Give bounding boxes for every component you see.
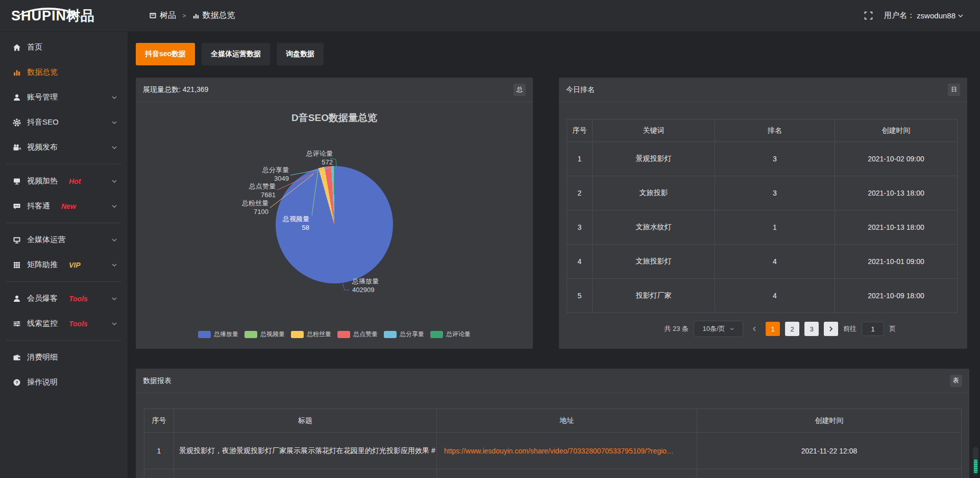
wallet-icon xyxy=(13,353,21,362)
legend-item-plays[interactable]: 总播放量 xyxy=(198,330,238,339)
page-button-2[interactable]: 2 xyxy=(785,322,799,336)
legend-item-videos[interactable]: 总视频量 xyxy=(244,330,285,339)
chevron-down-icon xyxy=(958,13,964,19)
tools-badge: Tools xyxy=(69,295,88,303)
sidebar-item-matrix-boost[interactable]: 矩阵助推 VIP xyxy=(0,252,128,277)
table-row: 1景观投影灯 32021-10-02 09:00 xyxy=(567,142,958,176)
table-row: 3文旅水纹灯 12021-10-13 18:00 xyxy=(567,210,958,245)
chevron-down-icon xyxy=(111,262,117,268)
sidebar-item-douyin-seo[interactable]: 抖音SEO xyxy=(0,110,128,135)
gear-icon xyxy=(13,118,21,127)
today-ranking-panel: 今日排名 日 序号 关键词 排名 创建时间 1景观投影灯 32021-10-02… xyxy=(559,78,967,349)
app-window-icon xyxy=(149,12,157,19)
pie-label-comments: 总评论量572 xyxy=(273,149,333,166)
video-title-cell: 景观投影灯，夜游景观投影灯厂家展示展示落花灯在花园里的灯光投影应用效果 # xyxy=(174,433,437,469)
chevron-down-icon xyxy=(111,203,117,209)
bar-chart-icon xyxy=(13,68,21,77)
table-view-button[interactable]: 表 xyxy=(950,375,962,387)
page-button-1[interactable]: 1 xyxy=(766,322,780,336)
page-button-3[interactable]: 3 xyxy=(804,322,819,336)
pie-label-videos: 总视频量58 xyxy=(237,214,309,232)
tab-all-media[interactable]: 全媒体运营数据 xyxy=(202,43,270,65)
chart-legend: 总播放量 总视频量 总粉丝量 总点赞量 xyxy=(136,330,533,339)
home-icon xyxy=(13,43,21,52)
legend-item-likes[interactable]: 总点赞量 xyxy=(337,330,378,339)
pie-label-fans: 总粉丝量7100 xyxy=(196,199,268,216)
sidebar-item-data-overview[interactable]: 数据总览 xyxy=(0,60,128,85)
tab-inquiry[interactable]: 询盘数据 xyxy=(277,43,324,65)
table-row: 4文旅投影灯 42021-10-01 09:00 xyxy=(567,245,958,279)
breadcrumb-current[interactable]: 数据总览 xyxy=(192,10,235,21)
ranking-table: 序号 关键词 排名 创建时间 1景观投影灯 32021-10-02 09:00 … xyxy=(567,119,958,313)
sidebar-item-douketong[interactable]: 抖客通 New xyxy=(0,194,128,219)
chevron-down-icon xyxy=(111,178,117,184)
breadcrumb: 树品 > 数据总览 xyxy=(149,10,235,21)
legend-item-shares[interactable]: 总分享量 xyxy=(384,330,424,339)
pie-label-likes: 总点赞量7681 xyxy=(203,182,276,199)
user-menu[interactable]: 用户名： zswodun88 xyxy=(884,11,964,20)
chevron-down-icon xyxy=(111,119,117,126)
table-row: 1 景观投影灯，夜游景观投影灯厂家展示展示落花灯在花园里的灯光投影应用效果 # … xyxy=(144,433,962,469)
data-tabs: 抖音seo数据 全媒体运营数据 询盘数据 xyxy=(136,43,980,65)
username-value: zswodun88 xyxy=(917,11,955,20)
sidebar-divider xyxy=(6,281,121,282)
report-table: 序号 标题 地址 创建时间 1 景观投影灯，夜游景观投影灯厂家展示展示落花灯在花… xyxy=(144,409,962,478)
sidebar-item-member-burst[interactable]: 会员爆客 Tools xyxy=(0,286,128,311)
tools-badge: Tools xyxy=(69,320,88,328)
report-title: 数据报表 xyxy=(143,376,172,386)
total-view-button[interactable]: 总 xyxy=(513,84,526,96)
sidebar-item-home[interactable]: 首页 xyxy=(0,35,128,60)
table-header-row: 序号 标题 地址 创建时间 xyxy=(144,409,962,433)
sidebar-item-video-heat[interactable]: 视频加热 Hot xyxy=(0,169,128,194)
ranking-title: 今日排名 xyxy=(566,85,595,94)
data-report-panel: 数据报表 表 序号 标题 地址 创建时间 1 景观投影灯，夜游景观投影灯厂家展示… xyxy=(136,369,969,478)
monitor-icon xyxy=(13,236,21,244)
breadcrumb-home[interactable]: 树品 xyxy=(149,10,176,21)
prev-page-button[interactable] xyxy=(748,322,761,336)
pie-leader-lines xyxy=(136,102,533,349)
table-row: 5投影灯厂家 42021-10-09 18:00 xyxy=(567,279,958,313)
sidebar-divider xyxy=(6,164,121,164)
video-link[interactable]: https://www.iesdouyin.com/share/video/70… xyxy=(444,447,674,455)
sidebar-item-instructions[interactable]: ? 操作说明 xyxy=(0,370,128,395)
pie-label-shares: 总分享量3049 xyxy=(216,165,289,183)
sidebar-divider xyxy=(6,340,121,341)
daily-view-button[interactable]: 日 xyxy=(948,84,960,96)
table-header-row: 序号 关键词 排名 创建时间 xyxy=(567,119,958,142)
sidebar-divider xyxy=(6,223,121,223)
sidebar-item-lead-monitor[interactable]: 线索监控 Tools xyxy=(0,311,128,336)
svg-text:?: ? xyxy=(15,380,18,385)
member-icon xyxy=(13,295,21,303)
chevron-down-icon xyxy=(111,94,117,101)
tab-douyin-seo[interactable]: 抖音seo数据 xyxy=(136,43,195,65)
user-icon xyxy=(13,93,21,102)
scroll-indicator[interactable] xyxy=(972,446,979,476)
pie-label-plays: 总播放量402909 xyxy=(352,277,429,294)
new-badge: New xyxy=(61,202,76,210)
legend-swatch xyxy=(291,331,304,338)
fullscreen-icon[interactable] xyxy=(864,11,873,20)
app-logo: SHUPIN树品 xyxy=(0,7,128,25)
sidebar-item-all-media[interactable]: 全媒体运营 xyxy=(0,227,128,252)
goto-page-input[interactable] xyxy=(862,322,884,336)
username-label: 用户名： xyxy=(884,11,915,20)
hot-badge: Hot xyxy=(69,177,81,185)
goto-suffix: 页 xyxy=(889,324,896,333)
sidebar-item-video-publish[interactable]: 视频发布 xyxy=(0,135,128,160)
legend-item-fans[interactable]: 总粉丝量 xyxy=(291,330,331,339)
page-size-select[interactable]: 10条/页 xyxy=(694,321,743,337)
sliders-icon xyxy=(13,320,21,328)
next-page-button[interactable] xyxy=(824,322,838,336)
table-row xyxy=(144,469,962,478)
legend-item-comments[interactable]: 总评论量 xyxy=(430,330,471,339)
legend-swatch xyxy=(244,331,257,338)
legend-swatch xyxy=(198,331,211,338)
vip-badge: VIP xyxy=(69,261,81,269)
question-icon: ? xyxy=(13,378,21,387)
chevron-down-icon xyxy=(111,296,117,302)
sidebar-item-spending-detail[interactable]: 消费明细 xyxy=(0,345,128,370)
impressions-title: 展现量总数: 421,369 xyxy=(143,85,208,94)
main-content: 抖音seo数据 全媒体运营数据 询盘数据 展现量总数: 421,369 总 D音… xyxy=(128,32,980,478)
sidebar-item-account[interactable]: 账号管理 xyxy=(0,85,128,110)
chevron-down-icon xyxy=(729,326,734,331)
